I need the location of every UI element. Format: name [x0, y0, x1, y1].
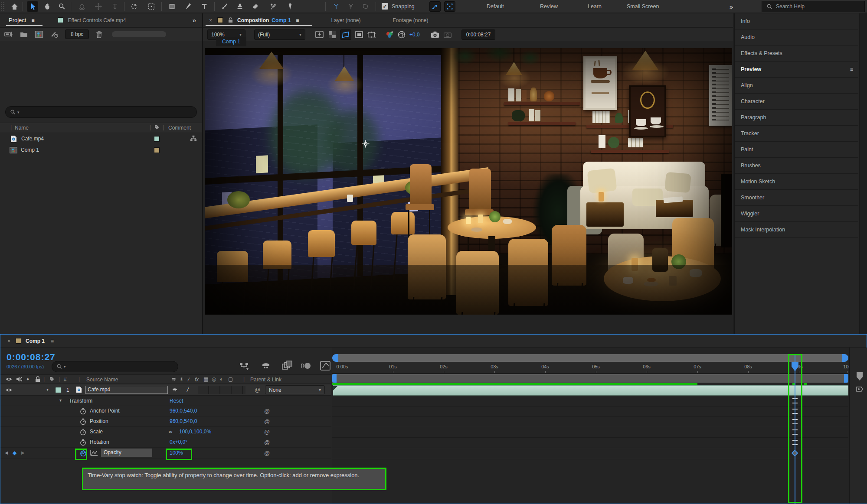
- project-item-comp[interactable]: Comp 1: [0, 144, 202, 156]
- layer-quality-toggle[interactable]: /: [186, 386, 190, 393]
- fast-previews-icon[interactable]: [315, 30, 324, 39]
- comp-label-swatch[interactable]: [154, 147, 160, 153]
- panel-tab-audio[interactable]: Audio: [735, 29, 858, 46]
- constrain-link-icon[interactable]: ∞: [169, 429, 173, 435]
- panel-tab-preview[interactable]: Preview ≡: [735, 62, 858, 78]
- layer-row-cafe[interactable]: ▾ 1 Cafe.mp4 / @ None ▾: [0, 384, 331, 396]
- workspace-default[interactable]: Default: [487, 0, 504, 13]
- workspace-small-screen[interactable]: Small Screen: [627, 0, 659, 13]
- view-axis-mode-icon[interactable]: [360, 1, 371, 12]
- bit-depth-button[interactable]: 8 bpc: [65, 29, 89, 39]
- puppet-pin-tool-icon[interactable]: [285, 1, 296, 12]
- work-area-start-handle[interactable]: [332, 374, 337, 383]
- tab-project[interactable]: Project: [9, 17, 26, 23]
- transform-group-row[interactable]: ▾ Transform Reset: [0, 396, 331, 406]
- comp-button-icon[interactable]: [856, 386, 864, 393]
- tab-layer[interactable]: Layer (none): [331, 17, 360, 23]
- shy-layers-icon[interactable]: [261, 361, 271, 371]
- brush-tool-icon[interactable]: [219, 1, 230, 12]
- label-column-tag-icon[interactable]: [154, 124, 160, 130]
- current-time-display[interactable]: 0:00:08:27: [7, 352, 56, 362]
- layer-label-swatch[interactable]: [55, 387, 61, 393]
- parent-pickwhip-icon[interactable]: @: [255, 387, 260, 393]
- dock-scroll-strip[interactable]: [859, 13, 867, 334]
- audio-icon[interactable]: [16, 376, 22, 382]
- preview-panel-menu-icon[interactable]: ≡: [850, 66, 853, 72]
- transparency-grid-icon[interactable]: [328, 30, 337, 39]
- project-item-cafe[interactable]: Cafe.mp4: [0, 133, 202, 144]
- project-search-input[interactable]: ▾: [5, 106, 197, 118]
- timeline-panel-menu-icon[interactable]: ≡: [51, 338, 54, 344]
- parent-dropdown[interactable]: None ▾: [265, 385, 325, 394]
- property-label[interactable]: Position: [90, 418, 108, 424]
- property-row-scale[interactable]: Scale ∞ 100,0,100,0% @: [0, 427, 331, 437]
- comp-breadcrumb-button[interactable]: Comp 1: [216, 37, 246, 46]
- panel-tab-brushes[interactable]: Brushes: [735, 158, 858, 174]
- channel-color-icon[interactable]: [385, 30, 394, 39]
- type-tool-icon[interactable]: [199, 1, 210, 12]
- panel-tab-paint[interactable]: Paint: [735, 142, 858, 158]
- parent-link-column[interactable]: Parent & Link: [250, 377, 281, 383]
- eye-icon[interactable]: [6, 377, 12, 382]
- close-tab-icon[interactable]: ×: [7, 338, 10, 344]
- solo-icon[interactable]: ●: [26, 377, 29, 381]
- keyframe-nav-right-icon[interactable]: ▶: [21, 450, 25, 455]
- column-comment[interactable]: Comment: [168, 125, 191, 131]
- timeline-track-area[interactable]: 0:00s 01s 02s 03s 04s 05s 06s 07s 08s 09…: [332, 348, 849, 504]
- panel-tab-wiggler[interactable]: Wiggler: [735, 206, 858, 222]
- column-name[interactable]: Name: [15, 125, 29, 131]
- property-row-rotation[interactable]: Rotation 0x+0,0° @: [0, 437, 331, 448]
- keyframe-nav-diamond-icon[interactable]: ◆: [13, 450, 16, 456]
- new-composition-icon[interactable]: [35, 31, 43, 38]
- world-axis-mode-icon[interactable]: [345, 1, 357, 12]
- property-pickwhip-icon[interactable]: @: [264, 439, 270, 445]
- composition-panel-menu-icon[interactable]: ≡: [296, 17, 299, 23]
- orbit-camera-tool-icon[interactable]: [76, 1, 88, 12]
- layer-name-field[interactable]: Cafe.mp4: [85, 386, 168, 394]
- trash-icon[interactable]: [96, 31, 102, 38]
- comp-marker-bin-icon[interactable]: [856, 372, 864, 381]
- color-settings-icon[interactable]: [50, 31, 59, 38]
- resolution-dropdown[interactable]: (Full) ▾: [254, 29, 305, 40]
- tab-footage[interactable]: Footage (none): [393, 17, 428, 23]
- motion-blur-icon[interactable]: [301, 361, 312, 371]
- exposure-value[interactable]: +0,0: [409, 32, 420, 38]
- hand-tool-icon[interactable]: [42, 1, 53, 12]
- group-expand-chevron[interactable]: ▾: [59, 398, 62, 403]
- property-pickwhip-icon[interactable]: @: [264, 408, 270, 414]
- work-area-end-handle[interactable]: [844, 374, 848, 383]
- property-value[interactable]: 100,0,100,0%: [179, 429, 211, 435]
- new-folder-icon[interactable]: [20, 31, 28, 38]
- property-row-anchor-point[interactable]: Anchor Point 960,0,540,0 @: [0, 406, 331, 416]
- pan-camera-tool-icon[interactable]: [93, 1, 104, 12]
- search-help-box[interactable]: Search Help: [762, 1, 865, 12]
- panel-tab-align[interactable]: Align: [735, 78, 858, 94]
- local-axis-mode-icon[interactable]: [330, 1, 342, 12]
- layer-shy-toggle-icon[interactable]: [172, 387, 178, 393]
- panel-tab-character[interactable]: Character: [735, 94, 858, 110]
- pan-behind-anchor-tool-icon[interactable]: [146, 1, 157, 12]
- cafe-label-swatch[interactable]: [154, 136, 160, 142]
- property-pickwhip-icon[interactable]: @: [264, 450, 270, 456]
- keyframe-nav-left-icon[interactable]: ◀: [5, 450, 8, 455]
- workspace-learn[interactable]: Learn: [588, 0, 602, 13]
- stopwatch-icon[interactable]: [80, 418, 86, 425]
- stopwatch-icon[interactable]: [80, 408, 86, 415]
- timeline-tab-label[interactable]: Comp 1: [26, 338, 45, 344]
- graph-editor-icon[interactable]: [320, 361, 331, 371]
- toolbar-grip[interactable]: [1, 2, 5, 11]
- roto-brush-tool-icon[interactable]: [267, 1, 278, 12]
- selection-tool-icon[interactable]: [27, 1, 38, 12]
- snap-to-features-icon[interactable]: [444, 1, 455, 12]
- lock-icon[interactable]: [228, 17, 233, 23]
- panel-tab-mask-interpolation[interactable]: Mask Interpolation: [735, 222, 858, 238]
- clone-stamp-tool-icon[interactable]: [234, 1, 245, 12]
- frame-blend-icon[interactable]: [281, 361, 293, 371]
- stopwatch-icon[interactable]: [80, 439, 86, 446]
- mask-visibility-icon[interactable]: [355, 30, 363, 39]
- time-navigator-bar[interactable]: [332, 354, 848, 362]
- anchor-point-icon[interactable]: [362, 140, 370, 148]
- navigator-start-handle[interactable]: [332, 354, 338, 362]
- dolly-camera-tool-icon[interactable]: [109, 1, 121, 12]
- region-of-interest-icon[interactable]: [340, 29, 351, 40]
